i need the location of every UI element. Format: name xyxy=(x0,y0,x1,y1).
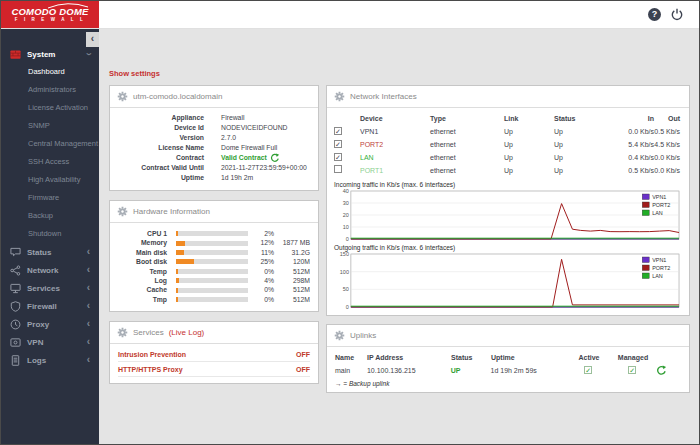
screen-lock-icon xyxy=(10,337,21,348)
chevron-left-icon: ‹ xyxy=(87,301,90,311)
live-log-link[interactable]: (Live Log) xyxy=(169,328,205,337)
usage-bar xyxy=(176,241,248,246)
table-row: LAN ethernet Up Up 0.4 Kb/s 0.0 Kb/s xyxy=(334,151,682,164)
svg-text:0: 0 xyxy=(346,304,349,309)
show-settings-link[interactable]: Show settings xyxy=(109,69,160,78)
svg-text:LAN: LAN xyxy=(652,273,663,279)
chevron-left-icon: ‹ xyxy=(87,319,90,329)
sidebar-item-ssh-access[interactable]: SSH Access xyxy=(1,153,99,171)
sidebar-item-central-management[interactable]: Central Management xyxy=(1,135,99,153)
network-interfaces-panel: Network Interfaces Device Type Link Stat… xyxy=(326,85,690,316)
info-row: Contract Valid Until2021-11-27T23:59:59+… xyxy=(118,163,310,173)
sidebar-item-high-availability[interactable]: High Availability xyxy=(1,171,99,189)
interface-checkbox[interactable] xyxy=(334,165,342,173)
contract-status: Valid Contract xyxy=(221,153,267,163)
interface-link[interactable]: LAN xyxy=(360,151,430,164)
sidebar-item-backup[interactable]: Backup xyxy=(1,207,99,225)
gear-icon xyxy=(334,330,345,341)
hardware-row: Cache0%512M xyxy=(118,285,310,294)
network-nodes-icon xyxy=(10,265,21,276)
chart-title: Incoming traffic in Kb/s (max. 6 interfa… xyxy=(334,181,682,188)
panel-title: utm-comodo.localdomain xyxy=(133,92,222,101)
chevron-left-icon: ‹ xyxy=(87,283,90,293)
sidebar-item-proxy[interactable]: Proxy ‹ xyxy=(1,315,99,333)
sidebar-item-label: Firewall xyxy=(27,302,57,311)
svg-text:VPN1: VPN1 xyxy=(652,257,666,263)
gear-icon xyxy=(117,91,128,102)
sidebar-item-license-activation[interactable]: License Activation xyxy=(1,99,99,117)
interface-link[interactable]: PORT1 xyxy=(360,164,430,177)
svg-text:VPN1: VPN1 xyxy=(652,194,666,200)
sidebar-collapse-button[interactable]: ‹ xyxy=(86,32,99,47)
info-row-contract: Contract Valid Contract xyxy=(118,153,310,163)
usage-bar xyxy=(176,250,248,255)
interfaces-table: Device Type Link Status In Out VPN1 ethe… xyxy=(327,108,689,178)
table-row: VPN1 ethernet Up Up 0.0 Kb/s 0.5 Kb/s xyxy=(334,125,682,138)
interface-checkbox[interactable] xyxy=(334,140,342,148)
info-row: ApplianceFirewall xyxy=(118,113,310,123)
chevron-down-icon: ‹ xyxy=(83,52,93,55)
sidebar-item-logs[interactable]: Logs ‹ xyxy=(1,351,99,369)
services-panel: Services (Live Log) Intrusion Prevention… xyxy=(109,321,319,384)
firewall-brick-icon xyxy=(10,49,21,60)
sidebar-item-label: Proxy xyxy=(27,320,49,329)
sidebar-item-services[interactable]: Services ‹ xyxy=(1,279,99,297)
service-state: OFF xyxy=(296,351,310,358)
chart-title: Outgoing traffic in Kb/s (max. 6 interfa… xyxy=(334,244,682,251)
info-row: Device IdNODEVICEIDFOUND xyxy=(118,123,310,133)
sidebar-item-snmp[interactable]: SNMP xyxy=(1,117,99,135)
gear-icon xyxy=(117,206,128,217)
chevron-left-icon: ‹ xyxy=(87,247,90,257)
sidebar-item-system[interactable]: System ‹ xyxy=(1,45,99,63)
logo-swoosh-icon xyxy=(47,3,89,9)
sidebar-item-label: Network xyxy=(27,266,59,275)
interface-checkbox[interactable] xyxy=(334,127,342,135)
sidebar-item-label: VPN xyxy=(27,338,43,347)
service-name[interactable]: Intrusion Prevention xyxy=(118,351,186,358)
interface-link[interactable]: PORT2 xyxy=(360,138,430,151)
hardware-row: Tmp0%512M xyxy=(118,295,310,304)
refresh-icon[interactable] xyxy=(270,153,280,163)
sidebar-item-label: Logs xyxy=(27,356,46,365)
usage-bar xyxy=(176,297,248,302)
interface-checkbox[interactable] xyxy=(334,153,342,161)
shield-icon xyxy=(10,301,21,312)
info-row: Version2.7.0 xyxy=(118,133,310,143)
help-icon[interactable]: ? xyxy=(648,8,661,21)
table-header-row: Device Type Link Status In Out xyxy=(334,112,682,125)
sidebar-item-firewall[interactable]: Firewall ‹ xyxy=(1,297,99,315)
power-icon[interactable] xyxy=(670,8,684,22)
interface-link[interactable]: VPN1 xyxy=(360,125,430,138)
sidebar: ‹ System ‹ Dashboard Administrators Lice… xyxy=(1,29,99,444)
svg-text:0: 0 xyxy=(346,236,349,241)
uplink-active-checkbox[interactable] xyxy=(584,366,592,374)
uplink-managed-checkbox[interactable] xyxy=(628,366,636,374)
sidebar-item-vpn[interactable]: VPN ‹ xyxy=(1,333,99,351)
svg-text:50: 50 xyxy=(343,286,349,292)
svg-text:LAN: LAN xyxy=(652,210,663,216)
usage-bar xyxy=(176,259,248,264)
sidebar-item-dashboard[interactable]: Dashboard xyxy=(1,63,99,81)
panel-title: Hardware Information xyxy=(133,207,210,216)
svg-text:40: 40 xyxy=(343,189,349,194)
logo-subtitle: F I R E W A L L xyxy=(15,17,86,23)
sidebar-item-administrators[interactable]: Administrators xyxy=(1,81,99,99)
dashboard-content: Show settings utm-comodo.localdomain App… xyxy=(99,29,699,444)
sidebar-item-status[interactable]: Status ‹ xyxy=(1,243,99,261)
system-info-panel: utm-comodo.localdomain ApplianceFirewall… xyxy=(109,85,319,191)
service-name[interactable]: HTTP/HTTPS Proxy xyxy=(118,366,183,373)
comodo-dome-firewall-logo: COMODO DOME F I R E W A L L xyxy=(1,1,99,28)
info-row: License NameDome Firewall Full xyxy=(118,143,310,153)
sidebar-item-shutdown[interactable]: Shutdown xyxy=(1,225,99,243)
svg-text:PORT2: PORT2 xyxy=(652,265,670,271)
gear-icon xyxy=(117,327,128,338)
sidebar-item-firmware[interactable]: Firmware xyxy=(1,189,99,207)
hardware-row: CPU 12% xyxy=(118,229,310,238)
backup-uplink-note: → = Backup uplink xyxy=(335,380,681,387)
service-row: HTTP/HTTPS ProxyOFF xyxy=(118,362,310,377)
hardware-row: Boot disk25%120M xyxy=(118,257,310,266)
sidebar-item-network[interactable]: Network ‹ xyxy=(1,261,99,279)
refresh-icon[interactable] xyxy=(656,365,667,376)
hardware-row: Main disk11%31.2G xyxy=(118,248,310,257)
table-row: main 10.100.136.215 UP 1d 19h 2m 59s xyxy=(335,364,681,377)
